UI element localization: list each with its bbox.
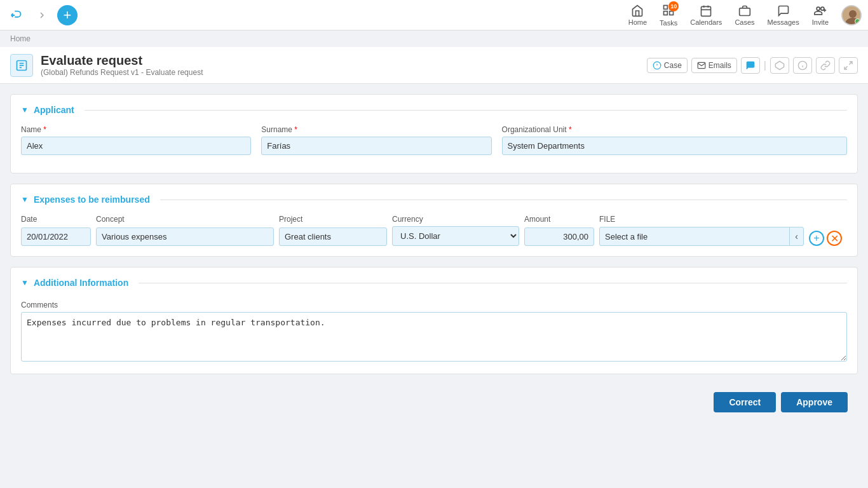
amount-input[interactable] [524, 227, 594, 246]
org-unit-input[interactable] [502, 137, 847, 155]
nav-invite[interactable]: Invite [812, 4, 829, 26]
surname-label: Surname * [261, 125, 491, 134]
svg-rect-4 [702, 6, 711, 16]
expenses-toggle-icon: ▼ [21, 195, 29, 204]
form-footer: Correct Approve [10, 384, 858, 420]
file-input-wrapper: Select a file ‹ [599, 227, 804, 246]
expand-button[interactable] [839, 57, 858, 74]
chat-button[interactable] [741, 57, 760, 74]
remove-row-button[interactable]: ✕ [827, 231, 842, 246]
nav-left: + [6, 5, 628, 25]
svg-point-12 [849, 10, 857, 18]
forward-icon[interactable] [32, 5, 52, 25]
approve-button[interactable]: Approve [781, 392, 848, 412]
page-icon [10, 54, 33, 77]
avatar[interactable] [841, 5, 862, 25]
comments-section: Comments [21, 298, 847, 363]
nav-home[interactable]: Home [628, 4, 647, 26]
org-unit-group: Organizational Unit * [502, 125, 847, 155]
svg-rect-2 [670, 11, 674, 15]
concept-input[interactable] [96, 227, 274, 246]
link-button[interactable] [816, 57, 835, 74]
expenses-column-headers: Date Concept Project Currency Amount FIL… [21, 215, 847, 224]
nav-cases[interactable]: Cases [735, 4, 754, 26]
svg-line-24 [849, 62, 852, 65]
svg-rect-0 [664, 5, 668, 9]
name-input[interactable] [21, 137, 251, 155]
info-button[interactable] [793, 57, 812, 74]
correct-button[interactable]: Correct [714, 392, 776, 412]
comments-label: Comments [21, 301, 847, 309]
top-navigation: + Home 10 Tasks [0, 0, 868, 30]
comments-textarea[interactable] [21, 312, 847, 362]
additional-section: ▼ Additional Information Comments [10, 267, 858, 374]
applicant-form-row: Name * Surname * Organizational Unit * [21, 125, 847, 155]
additional-toggle-icon: ▼ [21, 278, 29, 287]
applicant-section-header[interactable]: ▼ Applicant [21, 105, 847, 115]
breadcrumb: Home [0, 30, 868, 47]
page-header-right: Case Emails | [647, 57, 858, 74]
file-select-button[interactable]: ‹ [789, 227, 803, 245]
emails-button[interactable]: Emails [691, 58, 737, 73]
svg-rect-8 [740, 8, 750, 15]
expenses-row: U.S. Dollar Euro British Pound Select a … [21, 226, 847, 246]
svg-line-25 [844, 66, 848, 69]
case-button[interactable]: Case [647, 58, 688, 73]
svg-marker-20 [775, 61, 783, 69]
page-header-left: Evaluate request (Global) Refunds Reques… [10, 53, 203, 77]
add-button[interactable]: + [57, 5, 78, 25]
diamond-button[interactable] [770, 57, 789, 74]
name-group: Name * [21, 125, 251, 155]
org-unit-label: Organizational Unit * [502, 125, 847, 134]
page-title-block: Evaluate request (Global) Refunds Reques… [41, 53, 203, 77]
back-icon[interactable] [6, 5, 27, 25]
applicant-section: ▼ Applicant Name * Surname * Organiz [10, 94, 858, 173]
surname-input[interactable] [261, 137, 491, 155]
main-content: ▼ Applicant Name * Surname * Organiz [0, 84, 868, 430]
expenses-section-header[interactable]: ▼ Expenses to be reimbursed [21, 194, 847, 205]
nav-messages[interactable]: Messages [768, 4, 799, 26]
page-subtitle: (Global) Refunds Request v1 - Evaluate r… [41, 68, 203, 77]
applicant-toggle-icon: ▼ [21, 105, 29, 114]
nav-right: Home 10 Tasks Calendars [628, 4, 862, 27]
currency-select[interactable]: U.S. Dollar Euro British Pound [392, 226, 519, 246]
surname-group: Surname * [261, 125, 491, 155]
svg-rect-3 [664, 11, 668, 15]
additional-section-header[interactable]: ▼ Additional Information [21, 278, 847, 288]
nav-tasks[interactable]: 10 Tasks [660, 4, 677, 27]
page-title: Evaluate request [41, 53, 203, 68]
page-header: Evaluate request (Global) Refunds Reques… [0, 47, 868, 84]
name-label: Name * [21, 125, 251, 134]
nav-calendars[interactable]: Calendars [690, 4, 722, 26]
expenses-section: ▼ Expenses to be reimbursed Date Concept… [10, 184, 858, 257]
project-input[interactable] [279, 227, 387, 246]
separator: | [764, 60, 766, 71]
row-actions: + ✕ [809, 231, 847, 246]
online-indicator [855, 18, 860, 24]
add-row-button[interactable]: + [809, 231, 824, 246]
date-input[interactable] [21, 227, 91, 246]
